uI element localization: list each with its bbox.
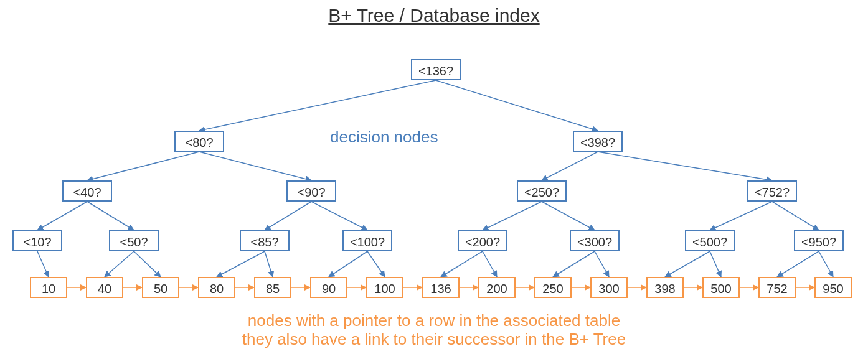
leaf-node: 90 bbox=[310, 277, 347, 298]
leaf-node: 950 bbox=[814, 277, 852, 298]
tree-edge bbox=[772, 202, 819, 230]
decision-nodes-label: decision nodes bbox=[330, 128, 438, 147]
level3-node: <950? bbox=[794, 230, 844, 251]
tree-edge bbox=[483, 251, 497, 277]
leaf-node: 10 bbox=[30, 277, 67, 298]
tree-edge bbox=[265, 251, 273, 277]
leaf-node: 300 bbox=[590, 277, 628, 298]
tree-edge bbox=[819, 251, 833, 277]
level3-node: <50? bbox=[109, 230, 159, 251]
level3-node: <100? bbox=[342, 230, 392, 251]
leaf-node: 136 bbox=[422, 277, 460, 298]
level2-node: <90? bbox=[286, 180, 336, 202]
tree-edge bbox=[199, 80, 436, 131]
leaf-node: 200 bbox=[478, 277, 516, 298]
tree-edge bbox=[777, 251, 819, 277]
tree-edge bbox=[595, 251, 609, 277]
level3-node: <85? bbox=[240, 230, 290, 251]
tree-edge bbox=[441, 251, 483, 277]
tree-edge bbox=[542, 202, 595, 230]
diagram-title: B+ Tree / Database index bbox=[0, 5, 868, 26]
tree-edge bbox=[87, 202, 134, 230]
tree-edge bbox=[367, 251, 385, 277]
level3-node: <500? bbox=[685, 230, 735, 251]
level3-node: <200? bbox=[458, 230, 507, 251]
tree-edge bbox=[199, 152, 311, 180]
tree-edge bbox=[710, 251, 721, 277]
level2-node: <250? bbox=[517, 180, 567, 202]
leaf-node: 752 bbox=[758, 277, 796, 298]
tree-edge bbox=[710, 202, 772, 230]
tree-edge bbox=[542, 152, 598, 180]
tree-edge bbox=[105, 251, 134, 277]
leaf-node: 40 bbox=[86, 277, 123, 298]
tree-edge bbox=[87, 152, 199, 180]
leaf-label-line1: nodes with a pointer to a row in the ass… bbox=[0, 311, 868, 330]
tree-edge bbox=[329, 251, 367, 277]
level3-node: <10? bbox=[12, 230, 62, 251]
tree-edge bbox=[134, 251, 161, 277]
tree-edge bbox=[483, 202, 542, 230]
level2-node: <40? bbox=[62, 180, 112, 202]
tree-edge bbox=[217, 251, 265, 277]
tree-edge bbox=[311, 202, 367, 230]
leaf-node: 250 bbox=[534, 277, 572, 298]
leaf-node: 500 bbox=[702, 277, 740, 298]
tree-edge bbox=[553, 251, 595, 277]
level2-node: <752? bbox=[747, 180, 797, 202]
leaf-node: 100 bbox=[366, 277, 403, 298]
leaf-node: 50 bbox=[142, 277, 179, 298]
tree-edge bbox=[265, 202, 311, 230]
tree-edge bbox=[598, 152, 772, 180]
tree-edge bbox=[37, 251, 49, 277]
level1-node: <398? bbox=[573, 131, 623, 152]
root-node: <136? bbox=[411, 59, 461, 80]
tree-edge bbox=[436, 80, 598, 131]
leaf-label-line2: they also have a link to their successor… bbox=[0, 330, 868, 349]
leaf-node: 85 bbox=[254, 277, 291, 298]
level3-node: <300? bbox=[570, 230, 620, 251]
tree-edges-svg bbox=[0, 0, 868, 359]
level1-node: <80? bbox=[174, 131, 224, 152]
tree-edge bbox=[37, 202, 87, 230]
tree-edge bbox=[665, 251, 710, 277]
leaf-node: 80 bbox=[198, 277, 235, 298]
leaf-node: 398 bbox=[646, 277, 684, 298]
